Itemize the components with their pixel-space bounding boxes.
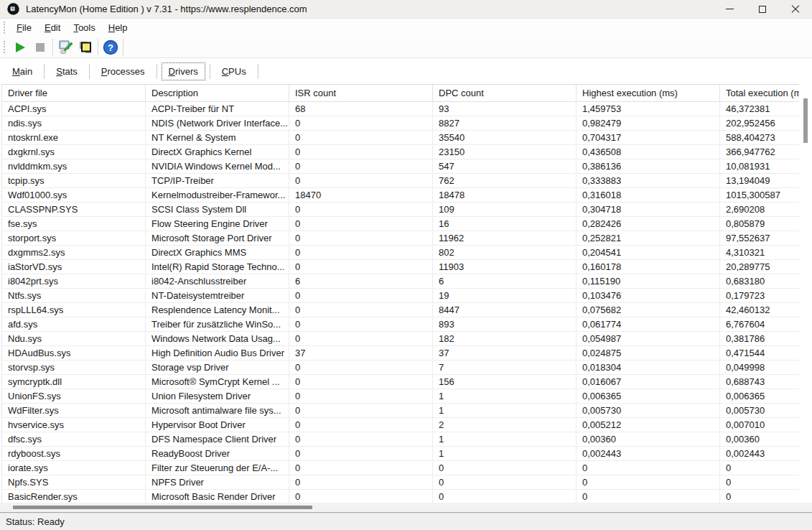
table-cell: 8827: [433, 116, 577, 131]
table-cell: 0,006365: [577, 389, 720, 404]
toolbar-separator: [98, 39, 98, 55]
table-cell: Wdf01000.sys: [2, 188, 146, 203]
table-cell: DFS Namespace Client Driver: [146, 432, 289, 447]
column-header-description[interactable]: Description: [146, 85, 289, 102]
table-cell: 0,179723: [720, 289, 799, 303]
table-row[interactable]: dfsc.sysDFS Namespace Client Driver010,0…: [2, 432, 799, 447]
menu-file[interactable]: File: [10, 20, 38, 35]
table-cell: ntoskrnl.exe: [2, 131, 146, 145]
table-row[interactable]: Ndu.sysWindows Network Data Usag...01820…: [2, 332, 799, 346]
table-row[interactable]: BasicRender.sysMicrosoft Basic Render Dr…: [2, 490, 799, 503]
tab-stats[interactable]: Stats: [49, 62, 85, 80]
table-cell: 16: [433, 217, 577, 231]
table-cell: 109: [433, 203, 577, 217]
table-row[interactable]: tcpip.sysTCP/IP-Treiber07620,33388313,19…: [2, 174, 799, 188]
window-title: LatencyMon (Home Edition ) v 7.31 - http…: [26, 4, 307, 14]
table-cell: 588,404273: [720, 131, 799, 145]
table-cell: 0: [289, 332, 433, 346]
table-cell: nvlddmkm.sys: [2, 159, 146, 174]
table-cell: 0,204541: [577, 246, 720, 260]
table-cell: 0: [289, 260, 433, 274]
table-row[interactable]: HDAudBus.sysHigh Definition Audio Bus Dr…: [2, 346, 799, 361]
tab-processes[interactable]: Processes: [94, 62, 152, 80]
table-row[interactable]: storvsp.sysStorage vsp Driver070,0183040…: [2, 361, 799, 375]
table-row[interactable]: rdyboost.sysReadyBoost Driver010,0024430…: [2, 447, 799, 461]
table-cell: 0,002443: [577, 447, 720, 461]
table-cell: 0,381786: [720, 332, 799, 346]
table-row[interactable]: storport.sysMicrosoft Storage Port Drive…: [2, 231, 799, 246]
table-row[interactable]: Wdf01000.sysKernelmodustreiber-Framewor.…: [2, 188, 799, 203]
copy-report-button[interactable]: [75, 38, 95, 57]
table-row[interactable]: iaStorVD.sysIntel(R) Rapid Storage Techn…: [2, 260, 799, 274]
edit-options-button[interactable]: [55, 38, 75, 57]
maximize-button[interactable]: [746, 0, 779, 19]
menu-edit[interactable]: Edit: [38, 20, 67, 35]
table-cell: Microsoft Basic Render Driver: [146, 490, 289, 503]
table-row[interactable]: dxgkrnl.sysDirectX Graphics Kernel023150…: [2, 145, 799, 159]
table-cell: 93: [433, 102, 577, 116]
table-cell: 0: [577, 461, 720, 475]
table-cell: 23150: [433, 145, 577, 159]
column-header-total-execution[interactable]: Total execution (ms): [720, 85, 799, 102]
horizontal-scrollbar[interactable]: [0, 503, 812, 512]
table-row[interactable]: UnionFS.sysUnion Filesystem Driver010,00…: [2, 389, 799, 404]
table-cell: tcpip.sys: [2, 174, 146, 188]
table-cell: ReadyBoost Driver: [146, 447, 289, 461]
tab-cpus[interactable]: CPUs: [215, 62, 253, 80]
tab-main[interactable]: Main: [5, 62, 39, 80]
table-cell: 6: [289, 274, 433, 289]
table-cell: WdFilter.sys: [2, 404, 146, 418]
table-row[interactable]: ndis.sysNDIS (Network Driver Interface..…: [2, 116, 799, 131]
vertical-scrollbar[interactable]: [799, 84, 812, 503]
table-row[interactable]: fse.sysFlow Steering Engine Driver0160,2…: [2, 217, 799, 231]
table-cell: 0,061774: [577, 317, 720, 332]
table-cell: 0: [289, 404, 433, 418]
column-header-highest-execution[interactable]: Highest execution (ms): [577, 85, 720, 102]
table-row[interactable]: symcryptk.dllMicrosoft® SymCrypt Kernel …: [2, 375, 799, 389]
table-row[interactable]: Npfs.SYSNPFS Driver0000: [2, 475, 799, 490]
table-cell: ndis.sys: [2, 116, 146, 131]
close-button[interactable]: [779, 0, 812, 19]
table-row[interactable]: Ntfs.sysNT-Dateisystemtreiber0190,103476…: [2, 289, 799, 303]
table-cell: 0: [289, 145, 433, 159]
table-row[interactable]: dxgmms2.sysDirectX Graphics MMS08020,204…: [2, 246, 799, 260]
table-row[interactable]: i8042prt.sysi8042-Anschlusstreiber660,11…: [2, 274, 799, 289]
stop-monitor-button[interactable]: [30, 38, 50, 57]
table-row[interactable]: afd.sysTreiber für zusätzliche WinSo...0…: [2, 317, 799, 332]
menu-help[interactable]: Help: [102, 20, 134, 35]
table-cell: SCSI Class System Dll: [146, 203, 289, 217]
table-header-row: Driver file Description ISR count DPC co…: [2, 85, 799, 102]
minimize-button[interactable]: [713, 0, 746, 19]
table-cell: 0,002443: [720, 447, 799, 461]
table-row[interactable]: iorate.sysFilter zur Steuerung der E/A-.…: [2, 461, 799, 475]
table-cell: 0: [289, 116, 433, 131]
table-cell: 0,688743: [720, 375, 799, 389]
driver-table-body: ACPI.sysACPI-Treiber für NT68931,4597534…: [2, 102, 799, 503]
table-row[interactable]: ntoskrnl.exeNT Kernel & System0355400,70…: [2, 131, 799, 145]
table-cell: Microsoft antimalware file sys...: [146, 404, 289, 418]
play-icon: [16, 42, 25, 52]
table-row[interactable]: ACPI.sysACPI-Treiber für NT68931,4597534…: [2, 102, 799, 116]
table-cell: 0: [289, 361, 433, 375]
table-cell: dfsc.sys: [2, 432, 146, 447]
table-cell: Treiber für zusätzliche WinSo...: [146, 317, 289, 332]
horizontal-scrollbar-thumb[interactable]: [13, 506, 312, 509]
column-header-isr-count[interactable]: ISR count: [289, 85, 433, 102]
table-row[interactable]: WdFilter.sysMicrosoft antimalware file s…: [2, 404, 799, 418]
column-header-dpc-count[interactable]: DPC count: [433, 85, 577, 102]
menu-tools[interactable]: Tools: [67, 20, 101, 35]
table-cell: 0: [289, 289, 433, 303]
table-cell: 6,767604: [720, 317, 799, 332]
table-cell: Intel(R) Rapid Storage Techno...: [146, 260, 289, 274]
table-cell: 0,115190: [577, 274, 720, 289]
table-row[interactable]: rspLLL64.sysResplendence Latency Monit..…: [2, 303, 799, 317]
table-row[interactable]: CLASSPNP.SYSSCSI Class System Dll01090,3…: [2, 203, 799, 217]
start-monitor-button[interactable]: [10, 38, 30, 57]
table-cell: dxgmms2.sys: [2, 246, 146, 260]
table-row[interactable]: hvservice.sysHypervisor Boot Driver020,0…: [2, 418, 799, 432]
help-button[interactable]: ?: [101, 38, 121, 57]
tab-drivers[interactable]: Drivers: [162, 62, 205, 80]
table-row[interactable]: nvlddmkm.sysNVIDIA Windows Kernel Mod...…: [2, 159, 799, 174]
column-header-driver-file[interactable]: Driver file: [2, 85, 146, 102]
vertical-scrollbar-thumb[interactable]: [803, 98, 808, 143]
